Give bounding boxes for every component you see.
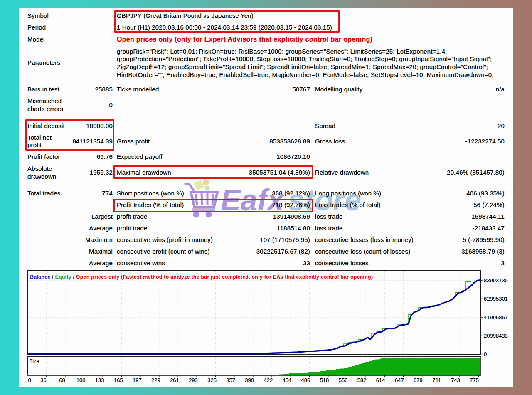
svg-text:454: 454 <box>283 377 292 383</box>
svg-text:325: 325 <box>207 377 217 383</box>
svg-text:Balance / Equity / Open prices: Balance / Equity / Open prices only (Fas… <box>30 274 373 280</box>
svg-text:68: 68 <box>59 377 65 383</box>
svg-text:711: 711 <box>433 377 441 383</box>
svg-text:582: 582 <box>357 377 367 383</box>
svg-text:20998433: 20998433 <box>484 333 508 339</box>
svg-text:390: 390 <box>245 377 254 383</box>
svg-text:357: 357 <box>226 377 235 383</box>
svg-text:165: 165 <box>114 377 123 383</box>
svg-text:261: 261 <box>170 377 179 383</box>
svg-text:41996867: 41996867 <box>484 314 508 321</box>
svg-text:83993735: 83993735 <box>484 277 508 284</box>
svg-text:62995301: 62995301 <box>484 296 508 302</box>
svg-text:679: 679 <box>414 377 423 383</box>
svg-text:293: 293 <box>189 377 198 383</box>
svg-text:743: 743 <box>451 377 460 383</box>
svg-text:36: 36 <box>40 377 46 383</box>
svg-text:197: 197 <box>133 377 142 383</box>
svg-text:0: 0 <box>28 377 31 383</box>
svg-text:614: 614 <box>376 377 385 383</box>
svg-text:647: 647 <box>395 377 404 383</box>
svg-text:229: 229 <box>151 377 160 383</box>
svg-text:100: 100 <box>76 377 86 383</box>
svg-text:422: 422 <box>264 377 273 383</box>
svg-text:518: 518 <box>320 377 329 383</box>
svg-text:486: 486 <box>301 377 310 383</box>
svg-text:550: 550 <box>339 377 348 383</box>
svg-text:0: 0 <box>484 351 487 357</box>
svg-text:133: 133 <box>95 377 104 383</box>
svg-text:775: 775 <box>470 377 479 383</box>
svg-text:Size: Size <box>29 358 39 364</box>
